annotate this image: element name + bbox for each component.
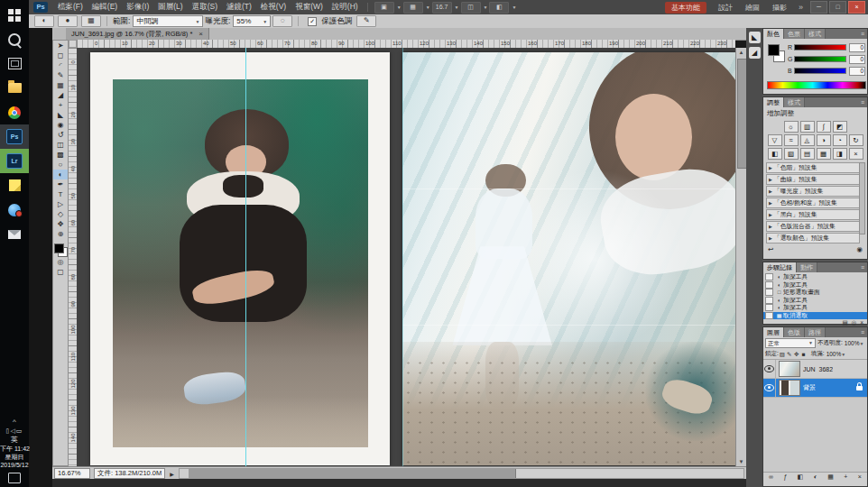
workspace-button[interactable]: 攝影 [766, 3, 793, 13]
history-item[interactable]: ◐加深工具 [763, 273, 867, 281]
minimize-button[interactable]: ─ [810, 1, 827, 14]
panel-menu-icon[interactable]: ≡ [858, 327, 867, 337]
menu-item-4[interactable]: 圖層(L) [153, 2, 187, 13]
new-snapshot-icon[interactable]: ◎ [852, 319, 857, 326]
color-spectrum-ramp[interactable] [767, 81, 866, 89]
preset-row[interactable]: ▶「色階」預設集 [766, 162, 860, 173]
arrange-documents-icon[interactable]: ◫ [461, 2, 481, 14]
foreground-color-box[interactable] [54, 244, 64, 253]
lasso-tool[interactable]: ◜ [53, 60, 68, 70]
lock-position-icon[interactable]: ✥ [793, 351, 800, 358]
menu-item-2[interactable]: 編輯(E) [88, 2, 122, 13]
chrome-icon[interactable] [0, 100, 29, 124]
menu-item-8[interactable]: 視窗(W) [291, 2, 328, 13]
scroll-up-icon[interactable]: ▲ [736, 48, 746, 57]
tray-icons[interactable]: ▯◁▭ [0, 427, 29, 435]
file-explorer-icon[interactable] [0, 76, 29, 100]
vibrance-icon[interactable]: ▽ [768, 134, 782, 146]
qq-icon[interactable] [0, 198, 29, 222]
range-select[interactable]: 中間調▼ [133, 15, 203, 27]
status-menu-icon[interactable]: ▶ [170, 471, 174, 477]
menu-item-6[interactable]: 濾鏡(T) [222, 2, 256, 13]
lock-transparency-icon[interactable]: ▨ [779, 351, 786, 358]
tab-1[interactable]: 色版 [784, 327, 805, 337]
tool-preset-icon[interactable]: ◐ [34, 15, 54, 27]
color-swatches[interactable] [53, 243, 68, 257]
collapsed-panel-button-2[interactable]: ◢ [749, 47, 761, 59]
return-to-adjustment-list-icon[interactable]: ↩ [768, 245, 773, 253]
menu-item-9[interactable]: 說明(H) [328, 2, 363, 13]
preset-row[interactable]: ▶「選取顏色」預設集 [766, 233, 860, 244]
history-source-checkbox[interactable] [765, 273, 773, 280]
history-item[interactable]: ◐加深工具 [763, 297, 867, 305]
invert-icon[interactable]: ▧ [784, 148, 799, 160]
foreground-color-swatch[interactable] [768, 44, 780, 56]
type-tool[interactable]: T [53, 189, 68, 199]
clone-stamp-tool[interactable]: ◉ [53, 120, 68, 130]
panel-menu-icon[interactable]: ≡ [858, 29, 867, 39]
new-document-from-state-icon[interactable]: ▤ [842, 319, 847, 326]
screen-mode-toggle-icon[interactable]: ▢ [53, 267, 68, 277]
vertical-scrollbar[interactable]: ▲ ▼ [735, 48, 746, 466]
view-extras-icon[interactable]: ▦ [403, 2, 423, 14]
ruler-origin-box[interactable] [69, 40, 77, 48]
exposure-icon[interactable]: ◩ [833, 121, 847, 133]
tab-0[interactable]: 步驟記錄 [763, 262, 797, 272]
history-source-checkbox[interactable] [765, 289, 773, 296]
delete-state-icon[interactable]: × [860, 319, 863, 326]
preset-row[interactable]: ▶「曝光度」預設集 [766, 186, 860, 197]
channel-value-field[interactable]: 0 [849, 55, 865, 64]
history-source-checkbox[interactable] [765, 281, 773, 289]
photoshop-icon[interactable]: Ps [0, 124, 29, 149]
collapsed-panel-button-1[interactable]: ◣ [749, 32, 761, 43]
pen-pressure-icon[interactable]: ✎ [356, 15, 376, 27]
close-tab-icon[interactable]: × [199, 30, 203, 38]
visibility-cell[interactable] [763, 360, 776, 378]
canvas-area[interactable] [77, 48, 735, 466]
new-layer-icon[interactable]: + [844, 473, 847, 481]
eye-icon[interactable] [764, 365, 774, 372]
history-item[interactable]: □矩形選取畫面 [763, 289, 867, 297]
tab-0[interactable]: 圖層 [763, 327, 784, 337]
task-view-icon[interactable] [0, 51, 29, 76]
channel-slider[interactable] [794, 68, 846, 74]
history-source-checkbox[interactable] [765, 304, 773, 311]
lock-all-icon[interactable]: ■ [800, 351, 808, 358]
quick-selection-tool[interactable]: ✎ [53, 70, 68, 80]
move-tool[interactable]: ➤ [53, 41, 68, 51]
history-item[interactable]: ▦取消選取 [763, 312, 867, 320]
adjustment-layer-icon[interactable]: ◐ [814, 473, 817, 481]
levels-icon[interactable]: ▥ [800, 121, 815, 133]
tab-1[interactable]: 動作 [797, 262, 817, 272]
ime-indicator[interactable]: 英 [0, 435, 29, 445]
path-selection-tool[interactable]: ▷ [53, 199, 68, 209]
preset-row[interactable]: ▶「黑白」預設集 [766, 209, 860, 220]
scrollbar-thumb[interactable] [189, 469, 517, 478]
tab-0[interactable]: 顏色 [763, 29, 784, 39]
black-white-icon[interactable]: ◑ [817, 134, 831, 146]
brush-preset-icon[interactable]: ● [58, 15, 78, 27]
blend-mode-select[interactable]: 正常▼ [765, 338, 816, 348]
tab-2[interactable]: 路徑 [805, 327, 826, 337]
channel-value-field[interactable]: 0 [849, 43, 865, 52]
eyedropper-tool[interactable]: ◢ [53, 90, 68, 100]
clock-time[interactable]: 下午 11:42 [0, 445, 29, 453]
shape-tool[interactable]: ◇ [53, 209, 68, 219]
workspace-active-button[interactable]: 基本功能 [665, 2, 706, 14]
preset-row[interactable]: ▶「色相/飽和度」預設集 [766, 198, 860, 208]
sticky-notes-icon[interactable] [0, 173, 29, 198]
tray-chevron-icon[interactable]: ^ [0, 418, 29, 427]
toggle-panels-icon[interactable]: ▦ [81, 15, 101, 27]
search-icon[interactable] [0, 27, 29, 51]
history-source-checkbox[interactable] [765, 297, 773, 304]
dodge-tool[interactable]: ◐ [53, 170, 68, 179]
channel-value-field[interactable]: 0 [849, 67, 865, 76]
quick-mask-icon[interactable]: ◎ [53, 257, 68, 267]
channel-mixer-icon[interactable]: ↻ [849, 134, 863, 146]
network-icon[interactable]: ▭ [16, 427, 23, 434]
history-brush-tool[interactable]: ↺ [53, 130, 68, 140]
workspace-button[interactable]: 設計 [712, 3, 739, 13]
screen-mode-icon[interactable]: ◧ [489, 2, 509, 14]
hand-tool[interactable]: ✥ [53, 219, 68, 229]
menu-item-7[interactable]: 檢視(V) [256, 2, 291, 13]
